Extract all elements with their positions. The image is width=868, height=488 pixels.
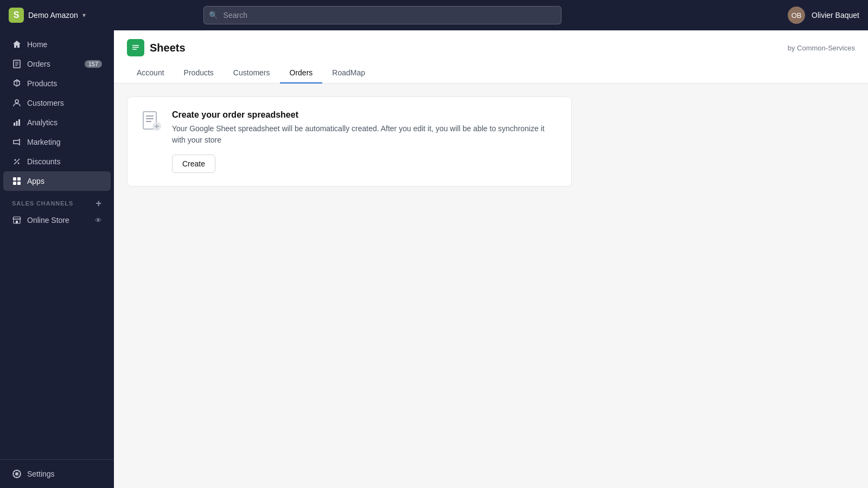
svg-rect-7 xyxy=(14,123,15,126)
sidebar-item-settings[interactable]: Settings xyxy=(3,464,111,484)
sidebar-label-discounts: Discounts xyxy=(27,157,60,166)
user-menu[interactable]: OB Olivier Baquet xyxy=(788,7,859,24)
orders-icon xyxy=(12,59,22,69)
sales-channels-section: SALES CHANNELS + xyxy=(0,191,114,210)
tab-customers[interactable]: Customers xyxy=(224,63,280,84)
sidebar-item-apps[interactable]: Apps xyxy=(3,171,111,191)
sidebar-item-products[interactable]: Products xyxy=(3,74,111,93)
sidebar-label-orders: Orders xyxy=(27,60,50,68)
tab-account[interactable]: Account xyxy=(127,63,174,84)
orders-badge: 157 xyxy=(85,60,102,68)
settings-icon xyxy=(12,469,22,479)
sidebar-label-customers: Customers xyxy=(27,99,64,107)
brand-selector[interactable]: S Demo Amazon ▾ xyxy=(9,8,86,23)
sidebar-item-orders[interactable]: Orders 157 xyxy=(3,54,111,74)
svg-rect-16 xyxy=(17,182,21,185)
sidebar-item-customers[interactable]: Customers xyxy=(3,93,111,113)
sidebar: Home Orders 157 Products Customers xyxy=(0,30,114,488)
sidebar-item-analytics[interactable]: Analytics xyxy=(3,113,111,132)
app-title-left: Sheets xyxy=(127,39,186,56)
sidebar-label-analytics: Analytics xyxy=(27,118,58,127)
store-icon xyxy=(12,215,22,225)
app-by: by Common-Services xyxy=(788,44,855,52)
tabs-bar: Account Products Customers Orders RoadMa… xyxy=(127,63,855,83)
avatar: OB xyxy=(788,7,805,24)
main-content: Sheets by Common-Services Account Produc… xyxy=(114,30,868,488)
svg-rect-26 xyxy=(146,115,154,117)
shopify-logo-icon: S xyxy=(9,8,24,23)
brand-name: Demo Amazon xyxy=(28,11,78,20)
products-icon xyxy=(12,79,22,88)
app-title: Sheets xyxy=(150,42,186,54)
svg-rect-8 xyxy=(16,121,18,126)
sheets-app-icon xyxy=(127,39,144,56)
sidebar-label-apps: Apps xyxy=(27,177,44,185)
svg-point-11 xyxy=(18,163,20,164)
sidebar-label-home: Home xyxy=(27,40,47,49)
svg-point-10 xyxy=(15,159,16,161)
main-layout: Home Orders 157 Products Customers xyxy=(0,30,868,488)
svg-rect-13 xyxy=(13,177,16,181)
svg-rect-9 xyxy=(18,119,20,126)
discounts-icon xyxy=(12,157,22,166)
svg-rect-18 xyxy=(16,221,18,223)
svg-rect-22 xyxy=(132,45,139,46)
sidebar-item-home[interactable]: Home xyxy=(3,35,111,54)
analytics-icon xyxy=(12,118,22,127)
sidebar-label-products: Products xyxy=(27,79,57,88)
tab-products[interactable]: Products xyxy=(174,63,224,84)
sidebar-item-marketing[interactable]: Marketing xyxy=(3,132,111,152)
customers-icon xyxy=(12,98,22,108)
add-sales-channel-icon[interactable]: + xyxy=(96,198,102,208)
sidebar-item-discounts[interactable]: Discounts xyxy=(3,152,111,171)
search-bar: 🔍 xyxy=(203,6,561,24)
sidebar-bottom: Settings xyxy=(0,459,114,484)
sidebar-item-online-store[interactable]: Online Store 👁 xyxy=(3,210,111,230)
brand-chevron-icon: ▾ xyxy=(82,11,86,19)
create-button[interactable]: Create xyxy=(172,155,215,173)
online-store-eye-icon[interactable]: 👁 xyxy=(95,216,102,224)
spreadsheet-card-icon xyxy=(141,110,162,132)
svg-rect-27 xyxy=(146,118,154,119)
svg-rect-23 xyxy=(132,47,139,48)
tab-roadmap[interactable]: RoadMap xyxy=(322,63,375,84)
app-header: Sheets by Common-Services Account Produc… xyxy=(114,30,868,84)
online-store-label: Online Store xyxy=(27,216,69,224)
create-spreadsheet-card: Create your order spreadsheet Your Googl… xyxy=(127,97,572,187)
card-body: Create your order spreadsheet Your Googl… xyxy=(172,110,558,173)
svg-rect-28 xyxy=(146,121,151,122)
card-description: Your Google Sheet spreadsheet will be au… xyxy=(172,123,558,146)
svg-rect-14 xyxy=(17,177,21,181)
user-name: Olivier Baquet xyxy=(812,11,859,20)
app-title-row: Sheets by Common-Services xyxy=(127,39,855,63)
svg-point-6 xyxy=(15,100,18,103)
apps-icon xyxy=(12,176,22,186)
card-title: Create your order spreadsheet xyxy=(172,110,558,120)
svg-rect-24 xyxy=(132,49,137,50)
svg-point-20 xyxy=(16,473,18,475)
sidebar-label-marketing: Marketing xyxy=(27,138,60,146)
content-area: Create your order spreadsheet Your Googl… xyxy=(114,84,868,488)
settings-label: Settings xyxy=(27,470,55,478)
search-icon: 🔍 xyxy=(209,11,218,20)
tab-orders[interactable]: Orders xyxy=(280,63,323,84)
home-icon xyxy=(12,40,22,49)
topbar: S Demo Amazon ▾ 🔍 OB Olivier Baquet xyxy=(0,0,868,30)
svg-rect-15 xyxy=(13,182,16,185)
search-input[interactable] xyxy=(203,6,561,24)
marketing-icon xyxy=(12,137,22,147)
sales-channels-label: SALES CHANNELS xyxy=(12,200,73,207)
